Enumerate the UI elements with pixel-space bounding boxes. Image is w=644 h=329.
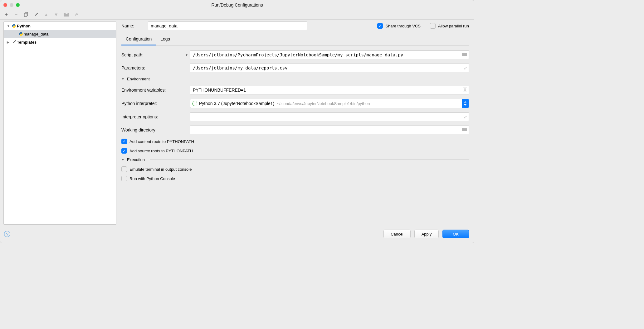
tab-configuration[interactable]: Configuration — [121, 35, 156, 45]
checkbox-label: Emulate terminal in output console — [129, 167, 192, 172]
checkbox-icon — [121, 176, 127, 181]
tree-label: Python — [17, 24, 31, 28]
tree-node-templates[interactable]: ▶ Templates — [4, 38, 116, 46]
interpreter-path: ~/.conda/envs/JupyterNotebookSample1/bin… — [277, 101, 370, 106]
interpreter-opts-input[interactable] — [190, 112, 469, 121]
tab-logs[interactable]: Logs — [156, 35, 174, 45]
checkbox-icon: ✓ — [377, 23, 383, 29]
interpreter-label: Python interpreter: — [121, 101, 190, 106]
checkbox-label: Add content roots to PYTHONPATH — [129, 139, 194, 144]
run-python-console-checkbox[interactable]: Run with Python Console — [121, 176, 469, 181]
chevron-down-icon: ▼ — [121, 77, 124, 81]
checkbox-label: Run with Python Console — [129, 176, 175, 181]
share-vcs-checkbox[interactable]: ✓ Share through VCS — [377, 23, 421, 29]
sort-alpha-button[interactable]: ↓ª — [73, 12, 79, 17]
script-path-input[interactable] — [190, 50, 469, 59]
cancel-button[interactable]: Cancel — [383, 230, 410, 238]
name-input[interactable] — [148, 21, 307, 30]
script-path-label[interactable]: Script path: ▼ — [121, 52, 190, 57]
chevron-down-icon: ▼ — [7, 24, 11, 28]
folder-config-button[interactable]: + — [63, 12, 69, 17]
env-vars-label: Environment variables: — [121, 88, 190, 93]
interpreter-select[interactable]: Python 3.7 (JupyterNotebookSample1) ~/.c… — [190, 99, 469, 108]
close-window-button[interactable] — [3, 3, 7, 7]
tree-node-python[interactable]: ▼ Python — [4, 22, 116, 30]
divider — [150, 160, 469, 160]
tab-bar: Configuration Logs — [121, 35, 469, 45]
apply-button[interactable]: Apply — [414, 230, 439, 238]
move-down-button[interactable]: ▼ — [53, 12, 59, 17]
maximize-window-button[interactable] — [16, 3, 20, 7]
interpreter-opts-label: Interpreter options: — [121, 114, 190, 119]
dialog-footer: ? Cancel Apply OK — [0, 226, 474, 243]
working-dir-label: Working directory: — [121, 127, 190, 132]
environment-section-header[interactable]: ▼ Environment — [121, 77, 469, 81]
edit-defaults-button[interactable] — [33, 12, 39, 17]
python-icon — [11, 24, 17, 28]
chevron-right-icon: ▶ — [7, 41, 11, 44]
minimize-window-button[interactable] — [10, 3, 13, 7]
divider — [155, 79, 469, 79]
chevron-down-icon: ▼ — [121, 158, 124, 161]
copy-config-button[interactable] — [23, 12, 29, 17]
checkbox-icon — [430, 23, 436, 29]
tree-node-manage-data[interactable]: manage_data — [4, 30, 116, 38]
svg-rect-1 — [24, 13, 27, 17]
checkbox-icon — [121, 166, 127, 172]
add-content-roots-checkbox[interactable]: ✓ Add content roots to PYTHONPATH — [121, 139, 469, 144]
env-vars-input[interactable] — [190, 86, 469, 94]
checkbox-icon: ✓ — [121, 139, 127, 144]
checkbox-icon: ✓ — [121, 148, 127, 154]
window-title: Run/Debug Configurations — [0, 2, 474, 7]
config-panel: Name: ✓ Share through VCS Allow parallel… — [116, 20, 474, 226]
ok-button[interactable]: OK — [442, 230, 469, 238]
wrench-icon — [11, 40, 17, 44]
remove-config-button[interactable]: − — [13, 12, 19, 17]
add-config-button[interactable]: ＋ — [3, 12, 9, 17]
working-dir-input[interactable] — [190, 126, 469, 134]
checkbox-label: Allow parallel run — [438, 24, 469, 28]
allow-parallel-checkbox[interactable]: Allow parallel run — [430, 23, 469, 29]
move-up-button[interactable]: ▲ — [43, 12, 49, 17]
help-button[interactable]: ? — [4, 231, 10, 237]
conda-icon — [192, 101, 197, 106]
window-controls — [3, 3, 20, 7]
chevron-down-icon: ▼ — [185, 53, 188, 57]
dialog-window: Run/Debug Configurations ＋ − ▲ ▼ + ↓ª ▼ … — [0, 0, 474, 243]
config-tree: ▼ Python manage_data ▶ Templates — [3, 21, 116, 225]
emulate-terminal-checkbox[interactable]: Emulate terminal in output console — [121, 166, 469, 172]
dropdown-arrows-icon — [462, 99, 469, 108]
checkbox-label: Add source roots to PYTHONPATH — [129, 149, 193, 153]
parameters-input[interactable] — [190, 64, 469, 72]
checkbox-label: Share through VCS — [385, 24, 421, 28]
tree-label: manage_data — [24, 32, 49, 36]
add-source-roots-checkbox[interactable]: ✓ Add source roots to PYTHONPATH — [121, 148, 469, 154]
config-toolbar: ＋ − ▲ ▼ + ↓ª — [0, 10, 474, 20]
svg-text:+: + — [67, 12, 69, 15]
name-label: Name: — [121, 23, 134, 28]
execution-section-header[interactable]: ▼ Execution — [121, 157, 469, 162]
python-icon — [18, 32, 24, 36]
parameters-label: Parameters: — [121, 65, 190, 70]
tree-label: Templates — [17, 40, 37, 45]
titlebar: Run/Debug Configurations — [0, 0, 474, 10]
interpreter-name: Python 3.7 (JupyterNotebookSample1) — [199, 101, 274, 106]
